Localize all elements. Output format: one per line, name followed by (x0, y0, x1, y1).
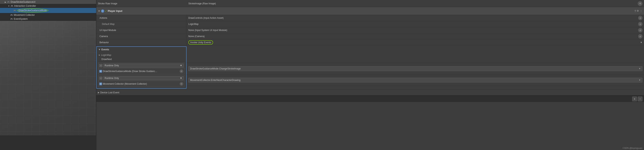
event-entry-2-obj-label: Movement Collector (Movement Collector) (103, 83, 180, 85)
invoke-unity-events-value: Invoke Unity Events (188, 40, 213, 45)
camera-value: None (Camera) (188, 35, 638, 38)
event-right-dropdown-2[interactable]: MovementCollector.EnterNextCharacterDraw… (188, 78, 642, 83)
stroke-raw-image-value: StrokeImage (Raw Image) (187, 2, 638, 5)
hierarchy-label-drawstrokeguidanceui: DrawStrokeGuidanceUI (10, 1, 36, 3)
drawnext-label: DrawNext (98, 57, 184, 62)
default-map-right-col: LogicMap ⊙ (187, 21, 644, 27)
event-entry-2-header: − Runtime Only ▼ (98, 76, 184, 81)
minus-btn[interactable]: − (638, 97, 642, 101)
event-entry-1: − Runtime Only ▼ M DrawStrokeGuidanceMod… (98, 62, 184, 74)
plus-btn[interactable]: + (632, 97, 637, 101)
camera-right-col: None (Camera) ⊙ (187, 33, 644, 39)
actions-right-col: DrawControls (Input Action Asset) ⊙ (187, 15, 644, 21)
actions-circle-btn[interactable]: ⊙ (638, 16, 642, 20)
plus-minus-controls: + − (632, 97, 642, 101)
player-input-info-icon: i (101, 10, 104, 13)
default-map-value: LogicMap (188, 23, 638, 26)
event-entry-1-obj-label: DrawStrokeGuidanceMode (Draw Stroke Guid… (103, 70, 180, 73)
event-right-arrow-1: ▼ (639, 67, 641, 70)
hierarchy-item-eventsystem[interactable]: ▶ 🎮 EventSystem (0, 17, 96, 21)
events-logicmap-header: ▼ LogicMap (98, 53, 184, 57)
event-entry-1-header: − Runtime Only ▼ (98, 63, 184, 68)
events-section-container: ▼ Events ▼ LogicMap DrawNext − (96, 46, 644, 90)
ui-input-module-row: UI Input Module None (Input System UI In… (96, 27, 644, 33)
event-entry-1-dropdown-arrow: ▼ (180, 64, 182, 67)
player-input-lock-btn[interactable]: ⚙ (637, 10, 639, 13)
events-header[interactable]: ▼ Events (97, 47, 186, 52)
actions-value: DrawControls (Input Action Asset) (188, 17, 638, 19)
event-entry-1-runtime-label: Runtime Only (104, 64, 119, 67)
event-entry-2: − Runtime Only ▼ M Movement Collector (M… (98, 75, 184, 87)
collapse-arrow-interactioncontroller: ▼ (8, 5, 10, 7)
watermark: CSDN @linpingyuan (622, 147, 642, 149)
player-input-header: ▼ i ✓ Player Input ? ⚙ ⋮ (96, 7, 644, 15)
event-right-value-2: MovementCollector.EnterNextCharacterDraw… (190, 79, 639, 82)
default-map-row: Default Map LogicMap ⊙ (96, 21, 644, 27)
green-circle-highlight: DrawStrokeGuidanceMode (17, 9, 48, 13)
events-collapse-arrow[interactable]: ▼ (98, 48, 101, 51)
left-panel: ▶ 🎮 DrawStrokeGuidanceUI ▼ 🎮 Interaction… (0, 0, 96, 150)
hierarchy-label-eventsystem: EventSystem (14, 18, 28, 20)
gameobject-icon-interaction: 🎮 (10, 5, 13, 7)
stroke-raw-image-circle-btn[interactable]: ⊙ (638, 1, 642, 6)
scene-view (0, 21, 96, 135)
player-input-toggle-arrow[interactable]: ▼ (98, 10, 100, 13)
actions-row: Actions DrawControls (Input Action Asset… (96, 15, 644, 21)
gameobject-icon: 🎮 (7, 1, 10, 3)
bottom-bar: + − (96, 96, 644, 102)
event-entry-1-circle-btn[interactable]: ⊙ (180, 69, 183, 73)
logicmap-arrow[interactable]: ▼ (98, 54, 100, 56)
player-input-menu-btn[interactable]: ⋮ (640, 10, 642, 13)
events-logicmap-section: ▼ LogicMap DrawNext − Runtime Only ▼ (97, 52, 186, 88)
actions-label: Actions (96, 15, 187, 21)
event-entry-2-obj-icon: M (99, 83, 102, 85)
default-map-label: Default Map (96, 21, 187, 27)
events-section: ▼ Events ▼ LogicMap DrawNext − (96, 46, 186, 89)
event-right-dropdown-1[interactable]: DrawStrokeGuidanceMode.ChangeStrokeImage… (188, 66, 642, 71)
stroke-raw-image-row: Stroke Raw Image StrokeImage (Raw Image)… (96, 0, 644, 7)
event-right-entry-1: DrawStrokeGuidanceMode.ChangeStrokeImage… (187, 63, 644, 74)
default-map-circle-btn[interactable]: ⊙ (638, 22, 642, 26)
event-entry-2-dropdown-arrow: ▼ (180, 77, 182, 80)
events-right-spacer (187, 46, 644, 63)
event-entry-1-body: M DrawStrokeGuidanceMode (Draw Stroke Gu… (98, 68, 184, 74)
gameobject-icon-event: 🎮 (10, 18, 13, 20)
logicmap-label: LogicMap (101, 54, 111, 56)
player-input-question-btn[interactable]: ? (634, 10, 636, 13)
event-entry-2-runtime-dropdown[interactable]: Runtime Only ▼ (103, 76, 184, 80)
event-entry-2-minus-btn[interactable]: − (99, 77, 102, 80)
events-right-col: DrawStrokeGuidanceMode.ChangeStrokeImage… (187, 46, 644, 89)
collapse-arrow-drawstrokeguidanceui: ▶ (5, 1, 6, 3)
behavior-label: Behavior (96, 39, 187, 45)
hierarchy-label-interactioncontroller: Interaction Controller (14, 5, 36, 7)
events-label: Events (102, 48, 109, 51)
event-right-value-1: DrawStrokeGuidanceMode.ChangeStrokeImage (190, 67, 639, 70)
device-lost-arrow[interactable]: ▶ (98, 91, 100, 94)
behavior-dropdown-arrow[interactable]: ▼ (640, 41, 642, 44)
device-lost-row: ▶ Device Lost Event (96, 90, 644, 96)
right-panel: Stroke Raw Image StrokeImage (Raw Image)… (96, 0, 644, 150)
event-entry-1-obj-icon: M (99, 70, 102, 73)
event-entry-1-minus-btn[interactable]: − (99, 64, 102, 67)
hierarchy-label-movementcollector: Movement Collector (14, 14, 35, 16)
hierarchy-item-interactioncontroller[interactable]: ▼ 🎮 Interaction Controller (0, 4, 96, 8)
ui-input-module-value: None (Input System UI Input Module) (188, 29, 638, 32)
event-entry-2-circle-btn[interactable]: ⊙ (180, 82, 183, 86)
ui-input-module-circle-btn[interactable]: ⊙ (638, 28, 642, 32)
player-input-title: Player Input (108, 10, 122, 13)
hierarchy-item-movementcollector[interactable]: ▶ 🎮 Movement Collector (0, 13, 96, 17)
events-left-col: ▼ Events ▼ LogicMap DrawNext − (96, 46, 187, 89)
event-entry-1-runtime-dropdown[interactable]: Runtime Only ▼ (103, 63, 184, 67)
player-input-check[interactable]: ✓ (105, 10, 107, 13)
device-lost-label: Device Lost Event (100, 91, 119, 94)
camera-circle-btn[interactable]: ⊙ (638, 34, 642, 38)
camera-row: Camera None (Camera) ⊙ (96, 33, 644, 39)
hierarchy-item-drawstrokeguidancemode[interactable]: ▶ 🎮 DrawStrokeGuidanceMode (0, 8, 96, 13)
gameobject-icon-movement: 🎮 (10, 14, 13, 16)
player-input-right-icons: ? ⚙ ⋮ (634, 10, 642, 13)
event-right-entry-2: MovementCollector.EnterNextCharacterDraw… (187, 74, 644, 86)
hierarchy-label-drawstrokeguidancemode: DrawStrokeGuidanceMode (18, 9, 47, 12)
ui-input-module-label: UI Input Module (96, 27, 187, 33)
camera-label: Camera (96, 33, 187, 39)
hierarchy-item-drawstrokeguidanceui[interactable]: ▶ 🎮 DrawStrokeGuidanceUI (0, 0, 96, 4)
